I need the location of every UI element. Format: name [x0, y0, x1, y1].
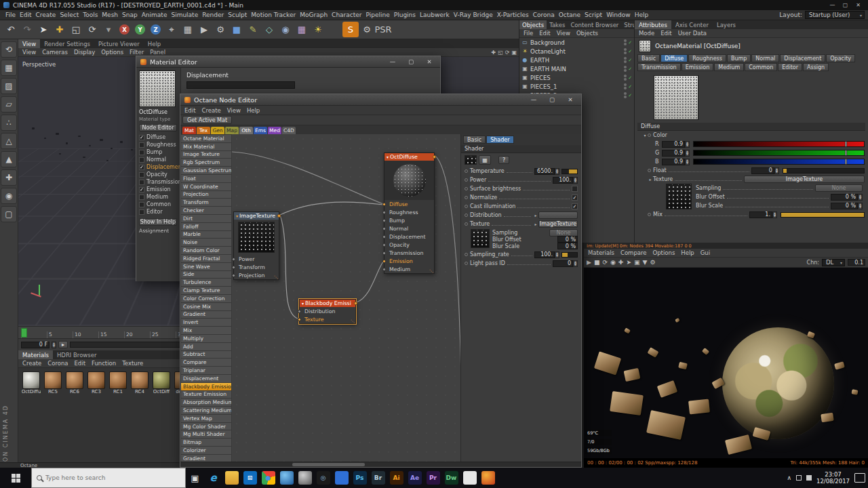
mode-icon[interactable]: ▢: [1, 206, 17, 222]
enabled-check[interactable]: ✓: [628, 49, 632, 54]
blur-scale-field[interactable]: 0 %: [831, 203, 858, 209]
mix-slider[interactable]: [781, 212, 865, 218]
render-dot[interactable]: [624, 87, 627, 89]
objects-menu-item[interactable]: File: [524, 30, 533, 37]
frame-spinner[interactable]: ▲▼: [52, 342, 56, 348]
texture-button[interactable]: ImageTexture: [744, 176, 865, 183]
materials-menu-item[interactable]: Edit: [75, 360, 85, 367]
menu-item[interactable]: Laubwerk: [418, 12, 452, 18]
blackbody-emission-node[interactable]: ▾ Blackbody Emissi Distribution Texture: [299, 299, 356, 324]
material-item[interactable]: RC4: [130, 371, 150, 394]
sampling-rate-field[interactable]: 100.: [534, 251, 555, 258]
temperature-slider[interactable]: [561, 169, 578, 174]
node-type-item[interactable]: Marble: [181, 231, 231, 239]
viewport-menu-item[interactable]: View: [22, 49, 36, 56]
viewer-tool-icon[interactable]: ⚙: [650, 259, 655, 266]
shader-tab[interactable]: Shader: [486, 136, 513, 144]
material-preview[interactable]: [139, 70, 176, 107]
channel-tab[interactable]: Bump: [727, 54, 751, 62]
collapse-icon[interactable]: ▾: [387, 155, 389, 159]
node-editor-menu-item[interactable]: View: [227, 107, 241, 114]
node-type-item[interactable]: W Coordinate: [181, 183, 231, 190]
channel-spinner[interactable]: ▲▼: [685, 141, 690, 148]
node-type-item[interactable]: Texture Emission: [181, 391, 231, 399]
channel-checkbox[interactable]: ✓: [139, 135, 144, 140]
mix-spinner[interactable]: ▲▼: [772, 211, 777, 218]
channel-tab[interactable]: Common: [745, 63, 777, 71]
attributes-tab[interactable]: Attributes: [635, 20, 671, 29]
current-frame-field[interactable]: 0 F: [21, 342, 50, 348]
input-port[interactable]: Distribution: [300, 307, 355, 315]
channel-spinner[interactable]: ▲▼: [685, 159, 690, 165]
tray-icon-2[interactable]: [806, 475, 812, 481]
node-type-item[interactable]: Invert: [181, 319, 231, 326]
sampling-select[interactable]: None: [815, 184, 863, 192]
maximize-button[interactable]: ▢: [839, 2, 852, 8]
viewport-nav-icon[interactable]: ✚: [491, 49, 496, 56]
material-item[interactable]: OctDiff: [151, 371, 172, 394]
taskbar-app[interactable]: ●: [259, 468, 277, 488]
node-type-item[interactable]: Gradient: [181, 311, 231, 319]
node-type-item[interactable]: Image Texture: [181, 151, 231, 159]
toolbar-icon[interactable]: Y: [135, 24, 145, 35]
viewport-menu-item[interactable]: Options: [101, 49, 123, 56]
object-row[interactable]: ▭ Background ✓: [519, 38, 634, 47]
channel-tab[interactable]: Roughness: [688, 54, 726, 62]
node-editor-menu-item[interactable]: Create: [201, 107, 220, 114]
octane-node-editor-window[interactable]: Octane Node Editor — ▢ ✕ EditCreateViewH…: [180, 94, 582, 468]
object-row[interactable]: ☀ OctaneLight ✓: [519, 47, 634, 56]
input-port[interactable]: Medium: [384, 265, 434, 273]
visibility-dot[interactable]: [624, 75, 627, 77]
dock-tab[interactable]: Render Settings: [40, 39, 94, 48]
material-channel-row[interactable]: Opacity: [139, 171, 178, 178]
objects-tab[interactable]: Objects: [519, 20, 547, 29]
attributes-menu-item[interactable]: Edit: [660, 30, 671, 37]
channel-checkbox[interactable]: ✓: [139, 165, 144, 170]
menu-item[interactable]: Create: [34, 12, 58, 18]
toolbar-icon[interactable]: ⟳: [84, 22, 100, 37]
tray-chevron-icon[interactable]: ∧: [787, 474, 791, 481]
objects-menu-item[interactable]: Objects: [576, 30, 598, 37]
toolbar-icon[interactable]: ↷: [19, 22, 35, 37]
material-thumbnail[interactable]: [22, 371, 40, 389]
node-editor-menu-item[interactable]: Edit: [184, 107, 195, 114]
render-canvas[interactable]: 69°C7/059Gb/8Gb: [584, 268, 868, 458]
material-item[interactable]: RC5: [43, 371, 63, 394]
menu-item[interactable]: Motion Tracker: [249, 12, 298, 18]
image-texture-node-header[interactable]: ▾ ImageTexture: [234, 212, 279, 220]
material-thumbnail[interactable]: [109, 371, 127, 389]
blur-offset-field[interactable]: 0 %: [831, 194, 858, 201]
show-in-help-button[interactable]: Show In Help: [139, 218, 177, 226]
input-port[interactable]: Bump: [384, 216, 434, 224]
toolbar-icon[interactable]: Z: [151, 24, 161, 35]
taskbar-app[interactable]: [460, 468, 479, 488]
toolbar-icon[interactable]: ✚: [52, 22, 68, 37]
toolbar-icon[interactable]: ▦: [294, 22, 310, 37]
node-category-tab[interactable]: Map: [225, 127, 239, 134]
toolbar-icon[interactable]: S: [342, 22, 359, 37]
node-type-item[interactable]: Bitmap: [181, 439, 231, 446]
taskbar-app[interactable]: Pr: [424, 468, 442, 488]
visibility-dot[interactable]: [624, 48, 627, 51]
taskbar-app[interactable]: e: [204, 468, 222, 488]
toolbar-icon[interactable]: ⚙: [359, 22, 375, 37]
image-texture-node[interactable]: ▾ ImageTexture Power Transform: [233, 211, 279, 280]
toolbar-icon[interactable]: ⌖: [163, 22, 180, 37]
render-dot[interactable]: [624, 96, 627, 98]
material-thumbnail[interactable]: [44, 371, 62, 389]
toolbar-icon[interactable]: ☀: [310, 22, 326, 37]
materials-menu-item[interactable]: Function: [92, 360, 116, 367]
node-editor-menu-item[interactable]: Help: [247, 107, 260, 114]
toolbar-icon[interactable]: [326, 22, 342, 37]
mat-close-button[interactable]: ✕: [422, 58, 436, 65]
enabled-check[interactable]: ✓: [628, 84, 632, 89]
menu-item[interactable]: Octane: [557, 12, 583, 18]
channel-value-field[interactable]: 0.9: [662, 141, 685, 148]
get-active-mat-button[interactable]: Get Active Mat: [182, 116, 232, 124]
channel-checkbox[interactable]: [139, 202, 144, 207]
node-type-item[interactable]: Checker: [181, 207, 231, 214]
resize-handle[interactable]: ⋱: [274, 274, 278, 279]
taskbar-app[interactable]: Ai: [387, 468, 406, 488]
node-type-item[interactable]: Multiply: [181, 335, 231, 342]
mix-field[interactable]: 1.: [749, 211, 772, 218]
